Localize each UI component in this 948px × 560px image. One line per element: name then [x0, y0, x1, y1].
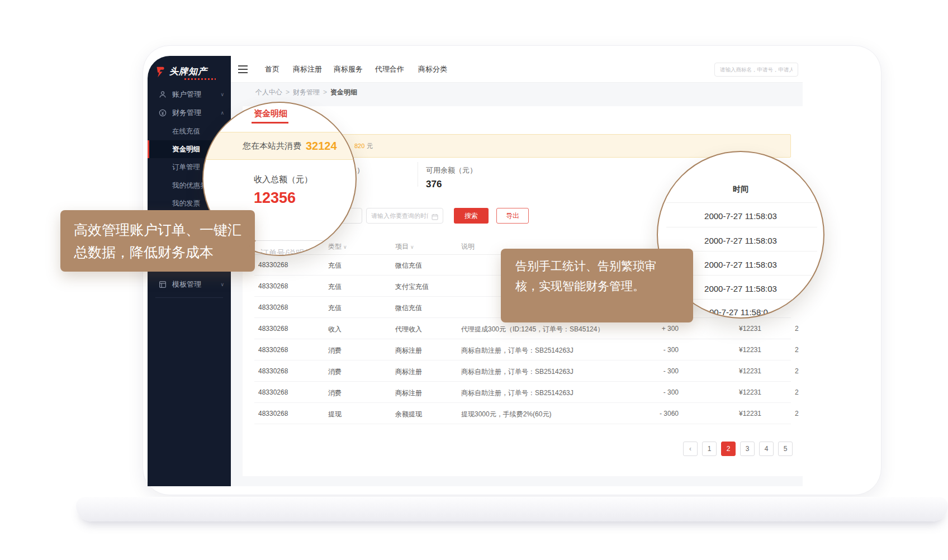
cell-type: 充值: [328, 282, 342, 292]
breadcrumb-separator: >: [286, 88, 290, 96]
table-row[interactable]: 48330268提现余额提现提现3000元，手续费2%(60元)- 3060¥1…: [254, 403, 791, 424]
chevron-icon: ∨: [220, 282, 224, 287]
nav-item-agency-cooperation[interactable]: 代理合作: [375, 56, 404, 83]
cell-order-number: 48330268: [258, 282, 288, 290]
cell-project: 商标注册: [395, 346, 422, 355]
cell-amount: - 300: [628, 388, 679, 396]
lens-time-header: 时间: [658, 184, 823, 194]
callout-right: 告别手工统计、告别繁琐审核，实现智能财务管理。: [501, 249, 693, 322]
cell-amount: - 3060: [628, 410, 679, 417]
banner-unit: 元: [367, 142, 373, 150]
cell-type: 充值: [328, 261, 342, 270]
hamburger-menu-icon[interactable]: [238, 65, 248, 75]
lens-tab-underline: [252, 122, 288, 124]
chevron-down-icon: ∨: [343, 244, 347, 250]
logo-subtext: [184, 78, 216, 80]
cell-description: 提现3000元，手续费2%(60元): [461, 410, 551, 419]
logo-icon: [155, 66, 167, 78]
cell-description: 商标自助注册，订单号：SB2514263J: [461, 367, 573, 377]
cell-amount: - 300: [628, 346, 679, 354]
pagination-page-3[interactable]: 3: [740, 442, 755, 456]
cell-description: 商标自助注册，订单号：SB2514263J: [461, 346, 573, 355]
chevron-down-icon: ∨: [410, 244, 414, 250]
table-row[interactable]: 48330268消费商标注册商标自助注册，订单号：SB2514263J- 300…: [254, 339, 791, 360]
nav-item-trademark-register[interactable]: 商标注册: [293, 56, 322, 83]
cell-type: 消费: [328, 367, 342, 377]
table-row[interactable]: 48330268消费商标注册商标自助注册，订单号：SB2514263J- 300…: [254, 382, 791, 403]
cell-description: 商标自助注册，订单号：SB2514263J: [461, 388, 573, 398]
trademark-search-input[interactable]: [714, 63, 798, 77]
stat-balance-value: 376: [426, 179, 442, 190]
logo: 头牌知产: [155, 66, 207, 78]
cell-time-fragment: 2: [795, 388, 799, 396]
pagination-page-2[interactable]: 2: [721, 442, 736, 456]
cell-balance: ¥12231: [711, 410, 761, 417]
stat-divider: [418, 162, 418, 187]
finance-icon: [159, 109, 167, 117]
table-row[interactable]: 48330268消费商标注册商标自助注册，订单号：SB2514263J- 300…: [254, 360, 791, 382]
cell-type: 提现: [328, 410, 342, 419]
cell-order-number: 48330268: [258, 261, 288, 269]
cell-project: 支付宝充值: [395, 282, 429, 292]
cell-balance: ¥12231: [711, 367, 761, 375]
cell-balance: ¥12231: [711, 388, 761, 396]
pagination-prev-button[interactable]: ‹: [683, 442, 698, 456]
logo-text: 头牌知产: [169, 67, 207, 76]
cell-amount: + 300: [628, 325, 679, 333]
cell-project: 代理收入: [395, 325, 422, 334]
sidebar-item-account[interactable]: 账户管理∨: [148, 86, 231, 103]
cell-project: 微信充值: [395, 303, 422, 313]
lens-tab-title: 资金明细: [254, 108, 287, 119]
column-header-desc: 说明: [461, 242, 475, 251]
user-icon: [159, 91, 167, 98]
cell-project: 商标注册: [395, 388, 422, 398]
lens-banner: 您在本站共消费 32124: [202, 132, 357, 160]
nav-item-home[interactable]: 首页: [265, 56, 279, 83]
sidebar-item-templates[interactable]: 模板管理∨: [148, 276, 231, 293]
cell-amount: - 300: [628, 367, 679, 375]
pagination-page-1[interactable]: 1: [702, 442, 717, 456]
cell-project: 微信充值: [395, 261, 422, 270]
breadcrumb: 个人中心>财务管理>资金明细: [231, 83, 803, 102]
cell-type: 消费: [328, 388, 342, 398]
sidebar-divider: [155, 297, 223, 298]
cell-type: 收入: [328, 325, 342, 334]
cell-time-fragment: 2: [795, 325, 799, 333]
pagination-page-5[interactable]: 5: [778, 442, 793, 456]
pagination: ‹12345: [683, 442, 793, 456]
lens-income-value: 12356: [254, 189, 296, 207]
cell-description: 代理提成300元（ID:1245，订单号：SB45124）: [461, 325, 604, 334]
search-button[interactable]: 搜索: [454, 208, 489, 224]
chevron-icon: ∧: [220, 110, 224, 116]
cell-order-number: 48330268: [258, 388, 288, 396]
cell-order-number: 48330268: [258, 303, 288, 311]
cell-time-fragment: 2: [795, 410, 799, 417]
cell-time-fragment: 2: [795, 346, 799, 354]
lens-row-divider: [666, 202, 817, 203]
cell-time-fragment: 2: [795, 367, 799, 375]
pagination-page-4[interactable]: 4: [759, 442, 774, 456]
column-header-type[interactable]: 类型∨: [328, 242, 347, 251]
banner-amount-rest: 820: [354, 143, 364, 149]
cell-project: 商标注册: [395, 367, 422, 377]
sidebar-item-finance[interactable]: 财务管理∧: [148, 104, 231, 122]
column-header-project[interactable]: 项目∨: [395, 242, 414, 251]
cell-order-number: 48330268: [258, 410, 288, 417]
cell-type: 充值: [328, 303, 342, 313]
chevron-icon: ∨: [220, 92, 224, 97]
breadcrumb-item: 资金明细: [330, 88, 357, 97]
cell-type: 消费: [328, 346, 342, 355]
nav-item-trademark-services[interactable]: 商标服务: [334, 56, 363, 83]
laptop-mockup: 头牌知产 账户管理∨财务管理∧在线充值资金明细订单管理我的优惠券我的发票模板管理…: [0, 0, 948, 560]
cell-project: 余额提现: [395, 410, 422, 419]
nav-item-trademark-categories[interactable]: 商标分类: [418, 56, 447, 83]
cell-balance: ¥12231: [711, 325, 761, 333]
callout-left: 高效管理账户订单、一键汇总数据，降低财务成本: [60, 210, 255, 272]
lens-income-label: 收入总额（元）: [254, 174, 312, 185]
breadcrumb-item[interactable]: 个人中心: [255, 88, 282, 97]
lens-row-divider: [666, 227, 817, 227]
breadcrumb-item[interactable]: 财务管理: [293, 88, 320, 97]
cell-order-number: 48330268: [258, 367, 288, 375]
export-button[interactable]: 导出: [496, 208, 529, 224]
time-filter-input[interactable]: [366, 208, 443, 224]
